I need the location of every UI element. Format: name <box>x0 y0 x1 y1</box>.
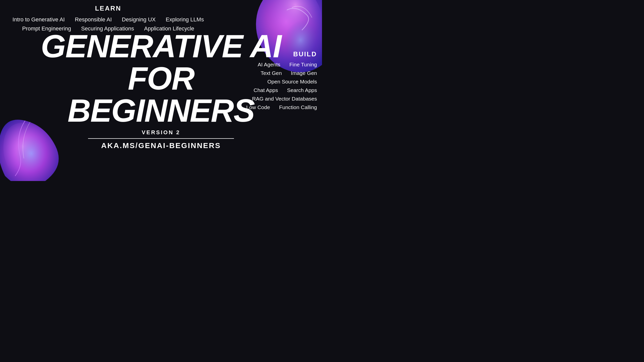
build-item-text-gen: Text Gen <box>261 70 282 76</box>
learn-label: LEARN <box>5 5 211 12</box>
learn-item-llms: Exploring LLMs <box>166 16 204 23</box>
build-row6: Low Code Function Calling <box>221 104 317 110</box>
build-row4: Chat Apps Search Apps <box>221 87 317 93</box>
divider <box>88 138 234 139</box>
learn-item-ux: Designing UX <box>122 16 156 23</box>
build-item-chat-apps: Chat Apps <box>254 87 278 93</box>
url-label: AKA.MS/GENAI-BEGINNERS <box>0 141 322 150</box>
build-item-fine-tuning: Fine Tuning <box>289 62 317 68</box>
build-item-function-calling: Function Calling <box>279 104 317 110</box>
build-section: BUILD AI Agents Fine Tuning Text Gen Ima… <box>221 50 317 113</box>
page-container: LEARN Intro to Generative AI Responsible… <box>0 0 322 181</box>
build-item-rag: RAG and Vector Databases <box>221 96 317 102</box>
build-item-search-apps: Search Apps <box>287 87 317 93</box>
version-label: VERSION 2 <box>0 129 322 136</box>
learn-row1: Intro to Generative AI Responsible AI De… <box>5 16 211 23</box>
build-row2: Text Gen Image Gen <box>221 70 317 76</box>
build-row1: AI Agents Fine Tuning <box>221 62 317 68</box>
build-item-ai-agents: AI Agents <box>258 62 280 68</box>
build-item-image-gen: Image Gen <box>291 70 317 76</box>
learn-item-responsible: Responsible AI <box>75 16 112 23</box>
build-item-open-source: Open Source Models <box>221 79 317 85</box>
build-label: BUILD <box>221 50 317 58</box>
build-item-low-code: Low Code <box>246 104 270 110</box>
learn-item-intro: Intro to Generative AI <box>13 16 65 23</box>
